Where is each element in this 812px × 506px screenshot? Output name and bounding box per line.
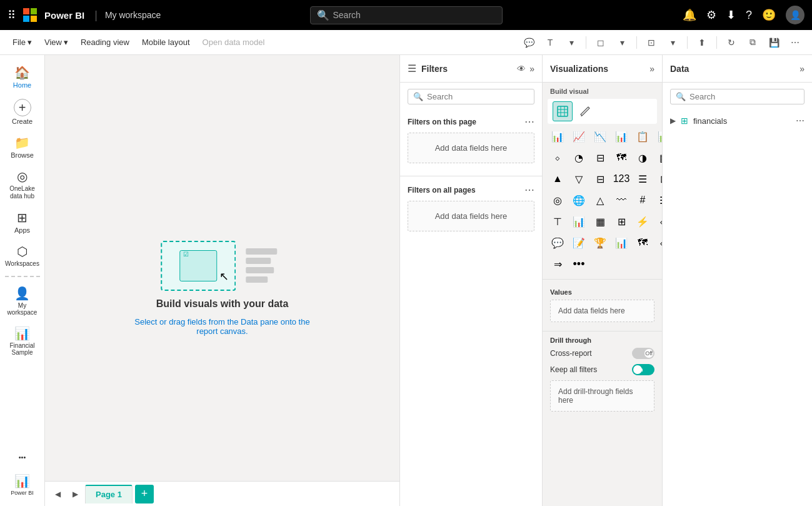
sidebar-item-create[interactable]: + Create xyxy=(3,94,43,130)
viz-type-pie[interactable]: ◔ xyxy=(569,148,589,168)
viz-type-treemap[interactable]: ⊟ xyxy=(590,148,610,168)
viz-type-line-stacked[interactable]: 📉 xyxy=(590,126,610,146)
button-icon[interactable]: ⊡ xyxy=(642,33,661,52)
viz-type-funnel[interactable]: ▽ xyxy=(569,169,589,189)
chevron-down-icon[interactable]: ▾ xyxy=(613,33,631,52)
text-box-icon[interactable]: T xyxy=(541,33,559,52)
feedback-icon[interactable]: 🙂 xyxy=(762,8,776,22)
data-expand-icon[interactable]: » xyxy=(799,64,804,74)
add-page-button[interactable]: + xyxy=(135,485,154,503)
cross-report-toggle-pill[interactable] xyxy=(632,348,654,359)
chevron-down-icon: ▾ xyxy=(64,38,68,47)
save-icon[interactable]: 💾 xyxy=(764,33,783,52)
notification-icon[interactable]: 🔔 xyxy=(683,8,696,22)
viz-type-scatter[interactable]: ⬦ xyxy=(548,148,568,168)
viz-expand-icon[interactable]: » xyxy=(649,64,654,74)
viz-type-column[interactable]: 📈 xyxy=(569,126,589,146)
sidebar-item-onelake[interactable]: ◎ OneLake data hub xyxy=(3,164,43,205)
viz-type-narrative[interactable]: 📝 xyxy=(569,233,589,253)
sidebar-item-label: Workspaces xyxy=(5,260,39,267)
viz-type-brush[interactable] xyxy=(575,101,595,121)
viz-type-chart2[interactable]: 📊 xyxy=(611,233,631,253)
reading-view-button[interactable]: Reading view xyxy=(76,35,134,49)
filter-more-button[interactable]: ⋯ xyxy=(524,184,534,196)
viz-type-kpi[interactable]: 123 xyxy=(611,169,631,189)
viz-values-drop-zone[interactable]: Add data fields here xyxy=(550,300,654,322)
global-search-input[interactable] xyxy=(333,10,496,20)
settings-icon[interactable]: ⚙ xyxy=(706,8,716,22)
filter-more-button[interactable]: ⋯ xyxy=(524,116,534,128)
viz-type-arrow[interactable]: ⇒ xyxy=(548,254,568,274)
viz-type-table3[interactable]: ⊞ xyxy=(611,211,631,231)
global-search-box[interactable]: 🔍 xyxy=(310,6,503,24)
viz-type-table[interactable]: ☰ xyxy=(633,169,653,189)
viz-type-donut[interactable]: ◎ xyxy=(548,190,568,210)
viz-type-text[interactable]: 💬 xyxy=(548,233,568,253)
viz-type-azure-map[interactable]: △ xyxy=(590,190,610,210)
avatar[interactable]: 👤 xyxy=(786,6,804,24)
filter-search-box[interactable]: 🔍 xyxy=(408,89,534,104)
filter-expand-icon[interactable]: » xyxy=(529,64,534,74)
sidebar-item-home[interactable]: 🏠 Home xyxy=(3,60,43,94)
viz-type-smart[interactable]: ⚡ xyxy=(633,211,653,231)
toolbar-separator xyxy=(687,36,688,49)
viz-type-bar[interactable]: 📊 xyxy=(548,126,568,146)
viz-type-multi-row[interactable]: # xyxy=(633,190,653,210)
viz-type-custom[interactable]: 🗺 xyxy=(633,233,653,253)
canvas-area[interactable]: ☑ ↖ Build visuals with your data Select … xyxy=(45,55,399,506)
data-search-box[interactable]: 🔍 xyxy=(670,89,804,104)
waffle-icon[interactable]: ⠿ xyxy=(8,8,16,22)
viz-type-ribbon[interactable]: 📋 xyxy=(633,126,653,146)
duplicate-icon[interactable]: ⧉ xyxy=(743,33,762,52)
page-tab-1[interactable]: Page 1 xyxy=(85,485,133,503)
keep-filters-toggle-pill[interactable] xyxy=(632,364,654,375)
sidebar-more-button[interactable]: ••• xyxy=(3,448,43,466)
keep-filters-toggle[interactable] xyxy=(632,364,654,375)
shapes-icon[interactable]: ◻ xyxy=(591,33,610,52)
filter-search-input[interactable] xyxy=(427,92,529,101)
data-search-input[interactable] xyxy=(689,92,799,101)
sidebar-item-browse[interactable]: 📁 Browse xyxy=(3,130,43,164)
page-prev-button[interactable]: ◀ xyxy=(50,487,65,502)
download-icon[interactable]: ⬇ xyxy=(726,8,736,22)
viz-type-more[interactable]: ••• xyxy=(569,254,589,274)
viz-type-gauge[interactable]: ◑ xyxy=(633,148,653,168)
viz-type-area[interactable]: ▲ xyxy=(548,169,568,189)
sidebar-item-financial[interactable]: 📊 Financial Sample xyxy=(3,321,43,361)
viz-type-decomp[interactable]: ⊤ xyxy=(548,211,568,231)
sidebar-powerbi-logo: 📊 Power BI xyxy=(3,468,43,501)
drill-drop-zone[interactable]: Add drill-through fields here xyxy=(550,380,654,412)
filter-eye-icon[interactable]: 👁 xyxy=(517,64,526,74)
page-next-button[interactable]: ▶ xyxy=(68,487,83,502)
chevron-down-icon[interactable]: ▾ xyxy=(663,33,682,52)
viz-type-combo[interactable]: 📊 xyxy=(611,126,631,146)
viz-type-table-grid[interactable] xyxy=(553,101,573,121)
sidebar-bottom: ••• 📊 Power BI xyxy=(3,448,43,506)
viz-type-shape-map[interactable]: 〰 xyxy=(611,190,631,210)
publish-icon[interactable]: ⬆ xyxy=(693,33,711,52)
viz-type-filled-map[interactable]: 🌐 xyxy=(569,190,589,210)
viz-type-map[interactable]: 🗺 xyxy=(611,148,631,168)
filter-drop-zone-page[interactable]: Add data fields here xyxy=(408,133,534,163)
data-table-more-button[interactable]: ⋯ xyxy=(796,116,804,126)
viz-type-slicer[interactable]: ⊟ xyxy=(590,169,610,189)
refresh-icon[interactable]: ↻ xyxy=(722,33,741,52)
more-options-icon[interactable]: ⋯ xyxy=(786,33,804,52)
open-data-model-button[interactable]: Open data model xyxy=(198,35,270,49)
sidebar-item-apps[interactable]: ⊞ Apps xyxy=(3,205,43,239)
viz-type-award[interactable]: 🏆 xyxy=(590,233,610,253)
viz-type-table2[interactable]: ▦ xyxy=(590,211,610,231)
cross-report-toggle[interactable] xyxy=(632,348,654,359)
mobile-layout-button[interactable]: Mobile layout xyxy=(137,35,195,49)
help-icon[interactable]: ? xyxy=(746,9,752,22)
chevron-right-icon: ▶ xyxy=(670,116,676,125)
sidebar-item-myworkspace[interactable]: 👤 My workspace xyxy=(3,281,43,321)
file-menu[interactable]: File ▾ xyxy=(8,35,37,49)
filter-drop-zone-all[interactable]: Add data fields here xyxy=(408,201,534,231)
sidebar-item-workspaces[interactable]: ⬡ Workspaces xyxy=(3,239,43,272)
data-table-row[interactable]: ▶ ⊞ financials ⋯ xyxy=(663,111,812,131)
comment-icon[interactable]: 💬 xyxy=(519,33,538,52)
chevron-down-icon[interactable]: ▾ xyxy=(562,33,581,52)
view-menu[interactable]: View ▾ xyxy=(39,35,73,49)
viz-type-histogram[interactable]: 📊 xyxy=(569,211,589,231)
